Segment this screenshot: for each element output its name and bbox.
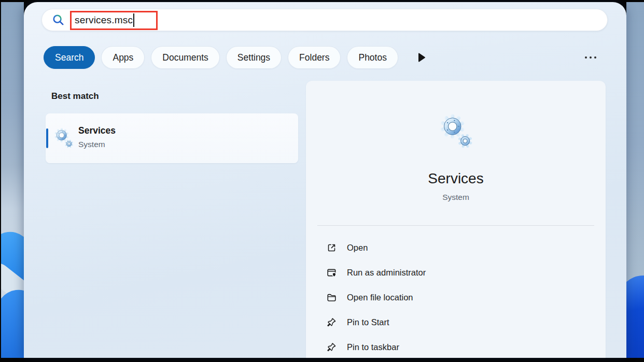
wallpaper-ribbon bbox=[626, 276, 644, 358]
tab-label: Photos bbox=[358, 52, 386, 63]
action-pin-to-start[interactable]: Pin to Start bbox=[306, 310, 606, 335]
search-bar[interactable]: services.msc bbox=[41, 9, 608, 31]
preview-subtitle: System bbox=[306, 193, 606, 202]
tab-label: Folders bbox=[299, 52, 329, 63]
options-button[interactable] bbox=[582, 53, 599, 62]
text-caret bbox=[133, 13, 134, 27]
best-match-heading: Best match bbox=[51, 91, 99, 102]
result-title: Services bbox=[78, 125, 116, 136]
run-as-admin-icon bbox=[326, 267, 337, 278]
tab-folders[interactable]: Folders bbox=[288, 46, 341, 69]
action-run-as-administrator[interactable]: Run as administrator bbox=[306, 260, 606, 285]
more-filters-button[interactable] bbox=[417, 52, 426, 63]
ellipsis-icon bbox=[590, 56, 592, 59]
desktop-wallpaper-left bbox=[1, 2, 24, 358]
play-arrow-icon bbox=[417, 52, 426, 63]
preview-panel: Services System Open bbox=[306, 81, 606, 358]
tab-search[interactable]: Search bbox=[44, 46, 95, 69]
action-label: Run as administrator bbox=[347, 268, 426, 278]
services-gears-icon bbox=[51, 126, 76, 151]
tab-label: Documents bbox=[162, 52, 208, 63]
action-label: Open file location bbox=[347, 293, 413, 302]
filter-tabs: Search Apps Documents Settings Folders P… bbox=[44, 46, 607, 69]
best-match-result[interactable]: Services System bbox=[46, 113, 298, 163]
tab-label: Settings bbox=[237, 52, 270, 63]
desktop-wallpaper-right bbox=[626, 2, 644, 358]
action-label: Pin to Start bbox=[347, 317, 389, 327]
action-label: Pin to taskbar bbox=[347, 342, 399, 352]
divider bbox=[317, 225, 594, 226]
pin-icon bbox=[326, 342, 337, 353]
action-open-file-location[interactable]: Open file location bbox=[306, 285, 606, 310]
tab-label: Apps bbox=[113, 52, 133, 63]
search-input[interactable]: services.msc bbox=[75, 15, 133, 26]
preview-title: Services bbox=[306, 170, 606, 187]
tab-label: Search bbox=[55, 52, 83, 63]
tab-apps[interactable]: Apps bbox=[101, 46, 145, 69]
action-pin-to-taskbar[interactable]: Pin to taskbar bbox=[306, 335, 606, 359]
windows-search-screen: services.msc Search Apps Documents Setti… bbox=[0, 0, 644, 362]
action-label: Open bbox=[347, 243, 368, 253]
ellipsis-icon bbox=[594, 56, 596, 59]
tab-documents[interactable]: Documents bbox=[151, 46, 220, 69]
tab-settings[interactable]: Settings bbox=[226, 46, 282, 69]
pin-icon bbox=[326, 317, 337, 328]
action-open[interactable]: Open bbox=[306, 235, 606, 260]
search-icon bbox=[52, 13, 65, 26]
action-list: Open Run as administrator Open fi bbox=[306, 235, 606, 359]
wallpaper-ribbon bbox=[1, 281, 24, 358]
open-icon bbox=[326, 242, 337, 253]
ellipsis-icon bbox=[585, 56, 587, 59]
folder-icon bbox=[326, 292, 337, 303]
result-subtitle: System bbox=[78, 140, 105, 149]
search-flyout: services.msc Search Apps Documents Setti… bbox=[24, 2, 626, 358]
tab-photos[interactable]: Photos bbox=[347, 46, 398, 69]
services-gears-icon bbox=[435, 111, 477, 152]
selection-accent-bar bbox=[46, 128, 48, 148]
